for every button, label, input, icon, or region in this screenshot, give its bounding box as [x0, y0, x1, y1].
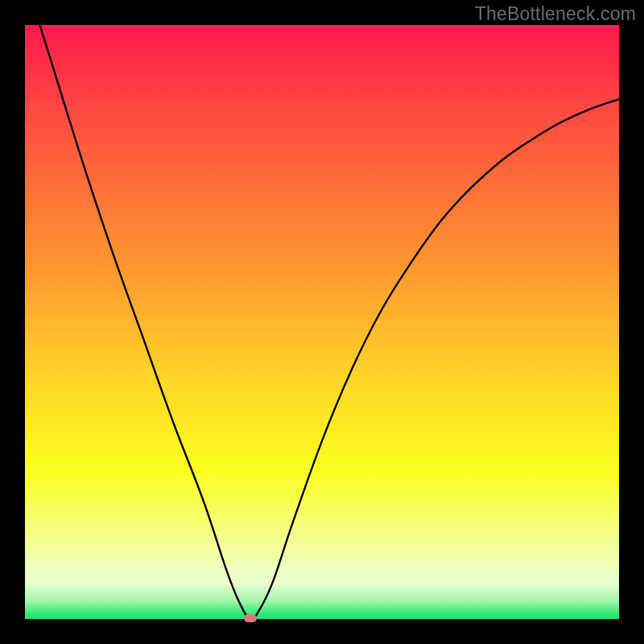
watermark-text: TheBottleneck.com	[475, 3, 636, 25]
optimum-marker	[244, 614, 257, 622]
chart-frame: TheBottleneck.com	[0, 0, 644, 644]
plot-area	[25, 25, 619, 619]
bottleneck-curve	[25, 25, 619, 619]
